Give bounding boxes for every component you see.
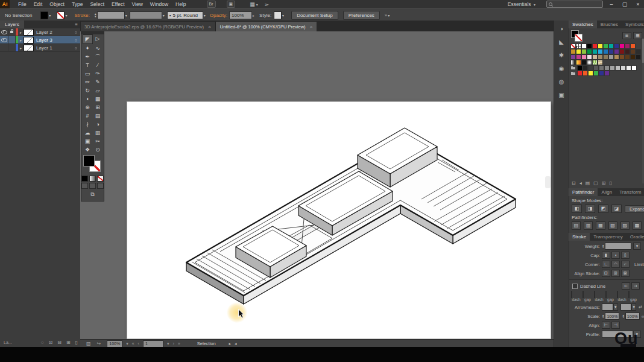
layers-panel-tab[interactable]: Layers bbox=[0, 21, 24, 28]
chevron-down-icon[interactable]: ▾ bbox=[167, 341, 169, 346]
line-segment-tool[interactable]: ∕ bbox=[93, 61, 103, 69]
swatch-0-8[interactable] bbox=[614, 43, 619, 49]
link-scales-icon[interactable]: ∞ bbox=[642, 314, 644, 319]
swatch-0-10[interactable] bbox=[625, 43, 630, 49]
pattern-options-icon[interactable]: ✱ bbox=[559, 52, 564, 59]
tab-gradient[interactable]: Gradient bbox=[627, 233, 644, 241]
fill-color-swatch[interactable] bbox=[40, 11, 48, 19]
lock-toggle[interactable] bbox=[8, 28, 16, 36]
corner-round-icon[interactable]: ◠ bbox=[611, 261, 620, 268]
swatch-5-1[interactable] bbox=[577, 71, 582, 76]
swatch-1-4[interactable] bbox=[592, 49, 598, 54]
chevron-down-icon[interactable]: ▾ bbox=[126, 341, 128, 346]
swatch-5-4[interactable] bbox=[593, 71, 599, 76]
swatch-4-1[interactable] bbox=[577, 65, 582, 71]
swatch-0-2[interactable] bbox=[581, 43, 587, 49]
exclude-icon[interactable]: ◪ bbox=[611, 205, 622, 213]
close-tab-icon[interactable]: × bbox=[310, 24, 313, 30]
layer-name[interactable]: Layer 3 bbox=[36, 37, 52, 43]
tab-brushes[interactable]: Brushes bbox=[597, 21, 622, 28]
direct-selection-tool[interactable]: ▷ bbox=[93, 34, 103, 43]
list-view-icon[interactable]: ≣ bbox=[622, 32, 631, 39]
perspective-grid-tool[interactable]: ⊞ bbox=[93, 103, 103, 112]
artboard-tool[interactable]: ▣ bbox=[83, 137, 93, 145]
trim-icon[interactable]: ▥ bbox=[584, 221, 593, 230]
layer-row-2[interactable]: ▸ Layer 2 ○ bbox=[0, 28, 80, 36]
swatch-1-5[interactable] bbox=[598, 49, 603, 54]
align-outside-icon[interactable]: ⊠ bbox=[621, 270, 630, 277]
chevron-down-icon[interactable]: ▾ bbox=[613, 303, 618, 311]
selection-tool[interactable]: ◤ bbox=[83, 34, 93, 44]
width-profile-dropdown[interactable] bbox=[130, 11, 162, 19]
draw-inside-button[interactable] bbox=[97, 183, 104, 189]
rectangle-tool[interactable]: ▭ bbox=[83, 69, 93, 78]
arrow-align-end-icon[interactable]: ⊣ bbox=[611, 322, 620, 329]
scroll-left-icon[interactable]: ◂ bbox=[235, 341, 237, 346]
scroll-right-icon[interactable]: ▸ bbox=[229, 341, 232, 346]
cap-projecting-icon[interactable]: ▯ bbox=[621, 252, 630, 259]
target-circle-icon[interactable]: ○ bbox=[75, 30, 77, 34]
swatch-1-1[interactable] bbox=[576, 49, 581, 54]
swatch-0-3[interactable] bbox=[587, 43, 592, 49]
close-tab-icon[interactable]: × bbox=[208, 24, 211, 30]
color-panel-icon[interactable]: ◑ bbox=[560, 25, 563, 32]
visibility-toggle[interactable] bbox=[0, 36, 8, 43]
screen-mode-icon[interactable]: ⧉ bbox=[81, 191, 104, 198]
minus-front-icon[interactable]: ◨ bbox=[585, 205, 595, 213]
align-center-icon[interactable]: ⊟ bbox=[602, 270, 610, 277]
cap-round-icon[interactable]: ◖ bbox=[611, 252, 620, 259]
swatch-options-icon[interactable]: ▤ bbox=[586, 180, 590, 186]
swatch-5-0[interactable] bbox=[570, 71, 577, 76]
prev-artboard-icon[interactable]: ‹ bbox=[138, 341, 139, 346]
swatch-4-10[interactable] bbox=[626, 65, 631, 71]
swatch-libraries-icon[interactable]: ⊟ bbox=[572, 180, 576, 186]
appearance-icon[interactable]: ◍ bbox=[559, 78, 564, 85]
swatch-2-1[interactable] bbox=[576, 54, 581, 60]
swatch-1-12[interactable] bbox=[636, 49, 641, 54]
menu-view[interactable]: View bbox=[132, 1, 143, 7]
swatch-4-5[interactable] bbox=[599, 65, 604, 71]
layer-thumbnail[interactable] bbox=[24, 45, 34, 51]
swatch-4-6[interactable] bbox=[604, 65, 610, 71]
rotate-tool[interactable]: ↻ bbox=[83, 86, 93, 95]
swatch-4-11[interactable] bbox=[631, 65, 637, 71]
menu-help[interactable]: Help bbox=[175, 1, 186, 7]
menu-object[interactable]: Object bbox=[49, 1, 65, 7]
swatch-2-5[interactable] bbox=[598, 54, 603, 60]
swatch-0-6[interactable] bbox=[603, 43, 608, 49]
scale-x-field[interactable]: 100% bbox=[605, 313, 619, 320]
shaper-tool[interactable]: ✎ bbox=[93, 78, 103, 86]
swatch-1-2[interactable] bbox=[581, 49, 587, 54]
swatch-0-5[interactable] bbox=[598, 43, 603, 49]
draw-behind-button[interactable] bbox=[89, 183, 96, 189]
expand-arrow-icon[interactable]: ▸ bbox=[18, 30, 24, 34]
none-button[interactable] bbox=[97, 176, 104, 182]
cap-butt-icon[interactable]: ▮ bbox=[602, 252, 610, 259]
minimize-button[interactable]: – bbox=[607, 1, 616, 7]
eyedropper-tool[interactable]: ∤ bbox=[83, 120, 93, 129]
layer-name[interactable]: Layer 2 bbox=[36, 30, 52, 35]
swatch-0-1[interactable] bbox=[576, 43, 581, 49]
layer-thumbnail[interactable] bbox=[24, 37, 34, 43]
show-swatch-kinds-icon[interactable]: ◂ bbox=[579, 180, 582, 186]
swatch-0-11[interactable] bbox=[630, 43, 636, 49]
new-layer-icon[interactable]: ⊞ bbox=[66, 340, 71, 345]
swatch-3-2[interactable] bbox=[581, 60, 587, 65]
new-color-group-icon[interactable]: ▢ bbox=[593, 180, 598, 186]
tab-pathfinder[interactable]: Pathfinder bbox=[569, 188, 598, 196]
swatch-3-1[interactable] bbox=[576, 60, 581, 65]
pencil-tool[interactable]: ✏ bbox=[83, 78, 93, 86]
zoom-tool[interactable]: ⊙ bbox=[93, 145, 103, 154]
paintbrush-tool[interactable]: ✑ bbox=[93, 69, 103, 78]
visibility-toggle[interactable] bbox=[0, 44, 8, 51]
swatch-4-0[interactable] bbox=[570, 65, 577, 71]
swatch-1-8[interactable] bbox=[614, 49, 619, 54]
swatch-2-0[interactable] bbox=[570, 54, 576, 60]
arrowhead-start-dropdown[interactable] bbox=[602, 303, 613, 311]
target-circle-icon[interactable]: ○ bbox=[75, 38, 77, 42]
expand-button[interactable]: Expand bbox=[625, 205, 644, 213]
swatch-2-3[interactable] bbox=[587, 54, 592, 60]
shape-builder-tool[interactable]: ⊕ bbox=[83, 103, 93, 112]
symbol-sprayer-tool[interactable]: ☁ bbox=[83, 129, 93, 137]
swatch-4-8[interactable] bbox=[615, 65, 620, 71]
